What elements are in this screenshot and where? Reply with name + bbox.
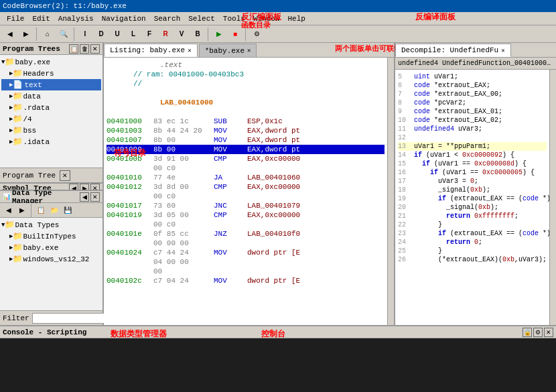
listing-row-3[interactable]: 00401007 8b 00 MOV EAX,dword pt (107, 135, 385, 145)
menu-analysis[interactable]: Analysis (54, 13, 98, 24)
line-num: 16 (398, 169, 414, 176)
listing-line: .text (107, 60, 385, 70)
toolbar-f[interactable]: F (142, 27, 157, 42)
tree-data[interactable]: ▶ 📁 data (1, 90, 101, 102)
listing-row-12[interactable]: 0040102c c7 04 24 MOV dword ptr [E (107, 276, 385, 285)
console-close[interactable]: ✕ (544, 328, 553, 337)
menu-file[interactable]: File (3, 13, 28, 24)
dtm-toolbar-save[interactable]: 💾 (62, 204, 74, 216)
listing-row-5[interactable]: 0040100b 3d 91 00 CMP EAX,0xc00000 (107, 154, 385, 164)
listing-cont-2: 00 c0 (107, 192, 385, 201)
listing-mnemonic: JNC (214, 202, 247, 210)
toolbar-b[interactable]: B (190, 27, 205, 42)
listing-row-2[interactable]: 00401003 8b 44 24 20 MOV EAX,dword pt (107, 126, 385, 135)
listing-bytes: 77 4e (153, 174, 214, 182)
toolbar-run[interactable]: ▶ (212, 27, 226, 42)
toolbar-home[interactable]: ⌂ (40, 27, 55, 42)
console-btn1[interactable]: 🔒 (523, 328, 532, 337)
line-num: 5 (398, 73, 414, 80)
listing-row-8[interactable]: 00401017 73 60 JNC LAB_00401079 (107, 201, 385, 210)
listing-row-7[interactable]: 00401012 3d 8d 00 CMP EAX,0xc00000 (107, 182, 385, 192)
listing-scrollbar[interactable] (387, 58, 394, 325)
tab-baby-active[interactable]: *baby.exe ✕ (199, 44, 257, 57)
tree-4[interactable]: ▶ 📁 /4 (1, 113, 101, 125)
toolbar-forward[interactable]: ▶ (19, 27, 33, 42)
listing-content[interactable]: .text // ram: 00401000-00403bc3 // LAB_0… (104, 58, 387, 325)
tree-text[interactable]: ▶ 📄 text (1, 79, 101, 90)
listing-row-4-selected[interactable]: 00401009 8b 00 MOV EAX,dword pt (107, 145, 385, 154)
dtm-toolbar-open[interactable]: 📁 (48, 204, 60, 216)
tab-close-decompile[interactable]: ✕ (501, 47, 504, 54)
toolbar-v[interactable]: V (174, 27, 189, 42)
menu-search[interactable]: Search (150, 13, 185, 24)
dtm-toolbar-forward[interactable]: ▶ (16, 204, 28, 216)
decompile-blank: 12 (398, 133, 547, 142)
dtm-toolbar-back[interactable]: ◀ (3, 204, 15, 216)
folder-icon: 📁 (13, 68, 23, 78)
program-tree-close[interactable]: ✕ (90, 44, 100, 54)
listing-wrap: .text // ram: 00401000-00403bc3 // LAB_0… (104, 58, 394, 325)
toolbar-i[interactable]: I (78, 27, 92, 42)
dtm-btn1[interactable]: ◀ (80, 192, 89, 202)
code-text: if (extraout_EAX == (code *)0x1) { (414, 195, 549, 202)
menu-help[interactable]: Help (283, 13, 309, 24)
listing-mnemonic: SUB (214, 117, 247, 125)
program-tree-filter-close[interactable]: ✕ (60, 170, 70, 181)
tree-baby-exe[interactable]: ▼ 📁 baby.exe (1, 56, 101, 68)
console-btns: 🔒 ⚙ ✕ (523, 328, 553, 337)
console-content[interactable] (0, 338, 556, 392)
tab-close[interactable]: ✕ (188, 47, 191, 54)
program-tree-filter-row: Program Tree ✕ (0, 168, 102, 182)
tree-idata[interactable]: ▶ 📁 .idata (1, 136, 101, 147)
data-type-manager: 📊 Data Type Manager ◀ ✕ ◀ ▶ 📋 📁 💾 (0, 191, 102, 325)
dtm-close[interactable]: ✕ (90, 192, 100, 202)
dtm-baby[interactable]: ▶ 📁 baby.exe (1, 242, 101, 253)
toolbar-l[interactable]: L (126, 27, 141, 42)
program-tree-new[interactable]: 📋 (69, 44, 78, 54)
listing-row-10[interactable]: 0040101e 0f 85 cc JNZ LAB_004010f0 (107, 229, 385, 239)
toolbar-search[interactable]: 🔍 (56, 27, 71, 42)
menu-navigation[interactable]: Navigation (98, 13, 150, 24)
tree-bss[interactable]: ▶ 📁 bss (1, 125, 101, 136)
code-text: if (uVar1 == 0xc0000005) { (414, 169, 535, 176)
listing-row-1[interactable]: 00401000 83 ec 1c SUB ESP,0x1c (107, 117, 385, 126)
listing-addr: 0040102c (107, 277, 153, 285)
toolbar-stop[interactable]: ■ (228, 27, 242, 42)
symbol-tree-btn2[interactable]: ▶ (80, 184, 89, 191)
toolbar-d[interactable]: D (94, 27, 109, 42)
toolbar-u[interactable]: U (110, 27, 125, 42)
decompile-line: 5 uint uVar1; (398, 72, 547, 81)
listing-addr: 00401000 (107, 117, 153, 125)
listing-mnemonic: JNZ (214, 230, 247, 238)
listing-mnemonic: CMP (214, 155, 247, 163)
listing-row-11[interactable]: 00401024 c7 44 24 MOV dword ptr [E (107, 248, 385, 257)
decompile-content[interactable]: 5 uint uVar1; 6 code *extraout_EAX; 7 co… (395, 70, 549, 325)
decompile-scrollbar[interactable] (549, 70, 556, 325)
console-btn2[interactable]: ⚙ (533, 328, 543, 337)
tree-headers[interactable]: ▶ 📁 Headers (1, 68, 101, 79)
menu-edit[interactable]: Edit (28, 13, 54, 24)
data-type-tree-content: ▼ 📁 Data Types ▶ 📁 BuiltInTypes ▶ 📁 baby… (0, 218, 102, 310)
menu-select[interactable]: Select (184, 13, 219, 24)
dtm-data-types[interactable]: ▼ 📁 Data Types (1, 219, 101, 231)
listing-addr: 00401019 (107, 211, 153, 219)
program-tree-delete[interactable]: 🗑 (80, 44, 89, 54)
listing-row-9[interactable]: 00401019 3d 05 00 CMP EAX,0xc00000 (107, 210, 385, 220)
tree-rdata[interactable]: ▶ 📁 .rdata (1, 102, 101, 113)
listing-row-6[interactable]: 00401010 77 4e JA LAB_00401060 (107, 173, 385, 182)
tab-label: Listing: baby.exe (110, 46, 185, 54)
toolbar-r[interactable]: R (158, 27, 173, 42)
tab-label: *baby.exe (205, 47, 245, 55)
tab-decompile[interactable]: Decompile: UndefinedFu ✕ (395, 44, 511, 57)
decompile-header-text: undefined4 UndefinedFunction_00401000(ui… (398, 60, 553, 67)
listing-addr: 00401003 (107, 127, 153, 135)
dtm-builtin[interactable]: ▶ 📁 BuiltInTypes (1, 231, 101, 242)
dtm-toolbar-new[interactable]: 📋 (35, 204, 47, 216)
symbol-tree-close[interactable]: ✕ (90, 184, 100, 191)
tab-listing-baby[interactable]: Listing: baby.exe ✕ (104, 44, 198, 57)
tab-close2[interactable]: ✕ (247, 47, 251, 54)
line-num: 7 (398, 90, 414, 98)
toolbar-back[interactable]: ◀ (3, 27, 17, 42)
dtm-windows[interactable]: ▶ 📁 windows_vs12_32 (1, 253, 101, 265)
listing-operand: EAX,0xc00000 (247, 211, 300, 219)
